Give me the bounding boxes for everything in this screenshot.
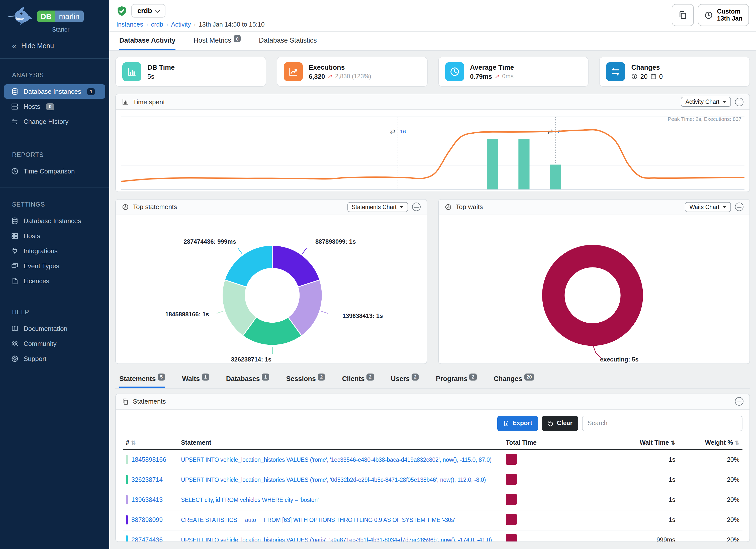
marlin-fish-icon [7, 6, 34, 26]
statement-id-link[interactable]: 887898099 [131, 517, 163, 524]
statement-id-link[interactable]: 139638413 [131, 497, 163, 504]
breadcrumb-separator: › [166, 22, 168, 28]
sidebar-item-change-history[interactable]: Change History [4, 114, 105, 129]
database-icon [11, 217, 19, 225]
sidebar-item-support[interactable]: Support [4, 351, 105, 366]
waits-donut-chart: executing: 5s [439, 215, 749, 363]
waits-chart-dropdown[interactable]: Waits Chart [685, 202, 731, 212]
lifering-icon [11, 355, 19, 362]
breadcrumb-timerange: 13th Jan 14:50 to 15:10 [199, 21, 265, 28]
caret-down-icon [722, 101, 726, 103]
card-executions: Executions 6,320 ↗ 2,830 (123%) [277, 57, 428, 87]
statements-chart-dropdown[interactable]: Statements Chart [347, 202, 408, 212]
total-time-bar [506, 534, 517, 542]
breadcrumb-crdb[interactable]: crdb [151, 21, 163, 28]
double-chevron-left-icon: « [12, 42, 16, 50]
tab-clients[interactable]: Clients2 [342, 375, 374, 388]
wait-time-value: 1s [603, 470, 678, 490]
statement-id-link[interactable]: 326238714 [131, 477, 163, 484]
sidebar-item-integrations[interactable]: Integrations [4, 244, 105, 258]
collapse-panel-button[interactable] [735, 397, 743, 406]
trend-chart-icon [284, 62, 303, 81]
donut-label: 326238714: 1s [216, 356, 286, 363]
instance-selector[interactable]: crdb [131, 4, 166, 18]
top-statements-header: Top statements Statements Chart [116, 200, 427, 215]
page-tabs: Database Activity Host Metrics 0 Databas… [109, 32, 756, 51]
statement-id-link[interactable]: 287474436 [131, 537, 163, 542]
activity-chart-dropdown[interactable]: Activity Chart [681, 97, 731, 107]
col-total-time[interactable]: Total Time [503, 436, 603, 450]
sidebar-item-database-instances[interactable]: Database Instances 1 [4, 84, 105, 99]
top-statements-panel: Top statements Statements Chart 28747443… [115, 199, 427, 364]
table-row: 1845898166 UPSERT INTO vehicle_location_… [123, 450, 742, 470]
sidebar-item-event-types[interactable]: Event Types [4, 259, 105, 273]
tab-sessions[interactable]: Sessions2 [286, 375, 325, 388]
col-statement[interactable]: Statement [178, 436, 503, 450]
tab-host-metrics[interactable]: Host Metrics 0 [194, 37, 241, 50]
tab-changes[interactable]: Changes20 [494, 375, 534, 388]
changes-value: 20 0 [631, 72, 663, 80]
statement-id-link[interactable]: 1845898166 [131, 456, 166, 464]
info-icon [631, 73, 638, 79]
clear-button[interactable]: Clear [542, 416, 578, 431]
tab-statements[interactable]: Statements5 [119, 375, 165, 388]
col-weight[interactable]: Weight % ⇅ [678, 436, 742, 450]
statement-sql-link[interactable]: UPSERT INTO vehicle_location_histories V… [181, 457, 500, 463]
weight-value: 20% [678, 490, 742, 510]
collapse-panel-button[interactable] [735, 98, 743, 106]
table-header-row: # ⇅ Statement Total Time Wait Time ⇅ Wei… [123, 436, 742, 450]
tab-databases[interactable]: Databases1 [226, 375, 269, 388]
breadcrumb: Instances › crdb › Activity › 13th Jan 1… [116, 21, 265, 28]
weight-value: 20% [678, 530, 742, 542]
donut-label: 887898099: 1s [315, 238, 356, 245]
sidebar-item-community[interactable]: Community [4, 336, 105, 351]
breadcrumb-activity[interactable]: Activity [171, 21, 191, 28]
tab-users[interactable]: Users2 [391, 375, 419, 388]
search-input[interactable] [582, 416, 742, 431]
sidebar: DB marlin Starter « Hide Menu ANALYSIS D… [0, 0, 109, 549]
sidebar-item-settings-hosts[interactable]: Hosts [4, 229, 105, 243]
people-icon [11, 340, 19, 347]
tab-database-statistics[interactable]: Database Statistics [259, 37, 317, 50]
donut-label: 287474436: 999ms [148, 238, 236, 245]
col-id[interactable]: # ⇅ [123, 436, 178, 450]
stacked-pages-icon [122, 398, 129, 405]
sidebar-item-settings-database-instances[interactable]: Database Instances [4, 214, 105, 228]
donut-label: executing: 5s [600, 356, 638, 363]
top-waits-header: Top waits Waits Chart [439, 200, 749, 215]
hide-menu-button[interactable]: « Hide Menu [0, 33, 109, 58]
count-badge: 1 [262, 374, 269, 381]
breadcrumb-instances[interactable]: Instances [116, 21, 143, 28]
sort-icon: ⇅ [131, 440, 136, 446]
panel-title: Top statements [133, 203, 177, 211]
sidebar-item-hosts[interactable]: Hosts 0 [4, 99, 105, 114]
sidebar-item-licences[interactable]: Licences [4, 274, 105, 288]
export-button[interactable]: Export [497, 416, 538, 431]
weight-value: 20% [678, 450, 742, 470]
col-wait-time[interactable]: Wait Time ⇅ [603, 436, 678, 450]
copy-link-button[interactable] [672, 4, 694, 26]
statement-color-bar [126, 476, 128, 485]
section-reports: REPORTS [0, 138, 109, 163]
donut-label: 139638413: 1s [342, 312, 383, 319]
sidebar-item-documentation[interactable]: Documentation [4, 321, 105, 336]
statement-sql-link[interactable]: UPSERT INTO vehicle_location_histories V… [181, 537, 500, 542]
sidebar-item-time-comparison[interactable]: Time Comparison [4, 164, 105, 178]
collapse-panel-button[interactable] [735, 203, 743, 211]
svg-text:16: 16 [400, 129, 406, 134]
total-time-bar [506, 514, 517, 525]
statement-color-bar [126, 516, 128, 525]
tab-waits[interactable]: Waits1 [182, 375, 209, 388]
tab-programs[interactable]: Programs2 [436, 375, 477, 388]
count-badge: 5 [158, 374, 165, 381]
collapse-panel-button[interactable] [412, 203, 421, 211]
book-icon [11, 325, 19, 332]
tab-database-activity[interactable]: Database Activity [119, 37, 175, 50]
statement-sql-link[interactable]: CREATE STATISTICS __auto__ FROM [63] WIT… [181, 517, 500, 523]
statement-color-bar [126, 536, 128, 542]
sort-icon-active: ⇅ [671, 440, 675, 446]
statement-sql-link[interactable]: SELECT city, id FROM vehicles WHERE city… [181, 497, 500, 503]
undo-icon [547, 420, 554, 427]
time-range-button[interactable]: Custom 13th Jan [698, 4, 749, 26]
statement-sql-link[interactable]: UPSERT INTO vehicle_location_histories V… [181, 477, 500, 483]
